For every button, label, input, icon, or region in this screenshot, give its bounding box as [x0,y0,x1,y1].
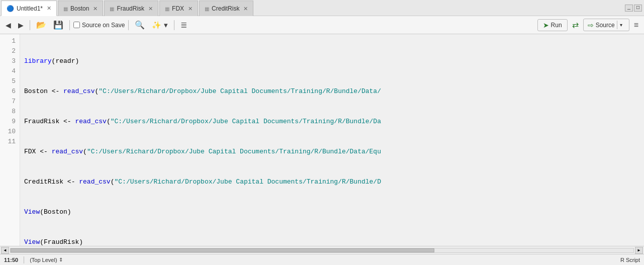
code-line-4: FDX <- read_csv("C:/Users/Richard/Dropbo… [24,147,640,157]
status-level-arrow: ⇕ [59,257,63,262]
run-button[interactable]: ➤ Run [537,19,568,31]
source-button[interactable]: ⇨ Source ▾ [583,19,629,31]
tab-fdx[interactable]: ▦ FDX ✕ [159,1,198,16]
code-line-3: FraudRisk <- read_csv("C:/Users/Richard/… [24,117,640,127]
line-num-3: 3 [4,56,16,66]
tab-fraudrisk[interactable]: ▦ FraudRisk ✕ [104,1,158,16]
rerun-button[interactable]: ⇄ [570,19,581,31]
status-level[interactable]: (Top Level) ⇕ [30,257,62,263]
separator-2 [69,20,70,30]
scrollbar-thumb[interactable] [11,248,434,252]
magic-button[interactable]: ✨ ▾ [149,19,170,31]
line-num-6: 6 [4,86,16,97]
separator-1 [30,20,30,30]
scrollbar-track[interactable] [10,248,634,253]
script-type-label: R Script [620,257,640,263]
tab-icon-fdx: ▦ [165,6,169,12]
tab-label-boston: Boston [70,5,89,12]
line-num-7: 7 [4,97,16,107]
line-num-8: 8 [4,107,16,117]
separator-3 [128,20,129,30]
tab-close-boston[interactable]: ✕ [93,6,98,12]
line-num-9: 9 [4,117,16,127]
tab-icon-untitled1: 🔵 [7,5,14,12]
code-line-1: library(readr) [24,56,640,66]
tab-label-fdx: FDX [172,5,184,12]
maximize-button[interactable]: □ [634,5,642,12]
tab-close-fraudrisk[interactable]: ✕ [148,6,153,12]
run-label: Run [551,22,562,29]
search-button[interactable]: 🔍 [132,19,147,31]
code-scroll-area[interactable]: 1 2 3 4 5 6 7 8 9 10 11 library(readr) B… [0,34,644,246]
code-editor[interactable]: library(readr) Boston <- read_csv("C:/Us… [20,34,644,246]
save-button[interactable]: 💾 [51,19,66,31]
source-on-save-text: Source on Save [82,22,125,29]
separator-4 [174,20,174,30]
status-bar: 11:50 (Top Level) ⇕ R Script [0,254,644,265]
source-dropdown-arrow[interactable]: ▾ [617,21,625,29]
code-line-5: CreditRisk <- read_csv("C:/Users/Richard… [24,177,640,187]
tab-label-fraudrisk: FraudRisk [117,5,144,12]
tab-label-creditrisk: CreditRisk [212,5,239,12]
tab-creditrisk[interactable]: ▦ CreditRisk ✕ [199,1,253,16]
status-level-text: (Top Level) [30,257,57,263]
tab-label-untitled1: Untitled1* [17,5,43,12]
line-num-10: 10 [4,127,16,137]
line-num-2: 2 [4,46,16,56]
tab-close-untitled1[interactable]: ✕ [47,5,51,12]
run-arrow-icon: ➤ [543,21,549,29]
code-line-6: View(Boston) [24,207,640,217]
open-button[interactable]: 📂 [34,19,49,31]
tab-close-creditrisk[interactable]: ✕ [243,6,248,12]
line-num-11: 11 [4,137,16,147]
source-on-save-checkbox[interactable] [73,22,80,28]
back-button[interactable]: ◀ [3,20,14,31]
window-controls: _ □ [625,0,644,16]
tab-icon-boston: ▦ [63,6,68,12]
scroll-right-button[interactable]: ▶ [635,247,643,254]
main-window: 🔵 Untitled1* ✕ ▦ Boston ✕ ▦ FraudRisk ✕ … [0,0,644,265]
tab-boston[interactable]: ▦ Boston ✕ [58,1,103,16]
forward-button[interactable]: ▶ [16,20,26,31]
minimize-button[interactable]: _ [625,5,633,12]
line-numbers: 1 2 3 4 5 6 7 8 9 10 11 [0,34,20,246]
status-separator [24,256,24,263]
cursor-position: 11:50 [4,257,18,263]
horizontal-scrollbar[interactable]: ◀ ▶ [0,246,644,254]
code-button[interactable]: ≣ [178,19,190,31]
line-num-5: 5 [4,76,16,86]
tab-untitled1[interactable]: 🔵 Untitled1* ✕ [1,1,57,16]
line-num-1: 1 [4,36,16,46]
toolbar-right: ➤ Run ⇄ ⇨ Source ▾ ≡ [537,19,641,31]
menu-button[interactable]: ≡ [631,19,641,31]
line-num-4: 4 [4,66,16,76]
editor-wrapper: 1 2 3 4 5 6 7 8 9 10 11 library(readr) B… [0,34,644,254]
code-line-2: Boston <- read_csv("C:/Users/Richard/Dro… [24,86,640,97]
tab-bar: 🔵 Untitled1* ✕ ▦ Boston ✕ ▦ FraudRisk ✕ … [0,0,644,16]
source-on-save-label[interactable]: Source on Save [73,22,125,29]
tab-icon-creditrisk: ▦ [205,6,209,12]
code-line-7: View(FraudRisk) [24,237,640,246]
source-arrow-icon: ⇨ [588,21,594,29]
editor-toolbar: ◀ ▶ 📂 💾 Source on Save 🔍 ✨ ▾ ≣ ➤ Run ⇄ ⇨… [0,16,644,34]
tab-close-fdx[interactable]: ✕ [188,6,193,12]
source-label: Source [596,22,615,29]
status-script-type: R Script [620,257,640,263]
scroll-left-button[interactable]: ◀ [1,247,9,254]
tab-icon-fraudrisk: ▦ [110,6,114,12]
